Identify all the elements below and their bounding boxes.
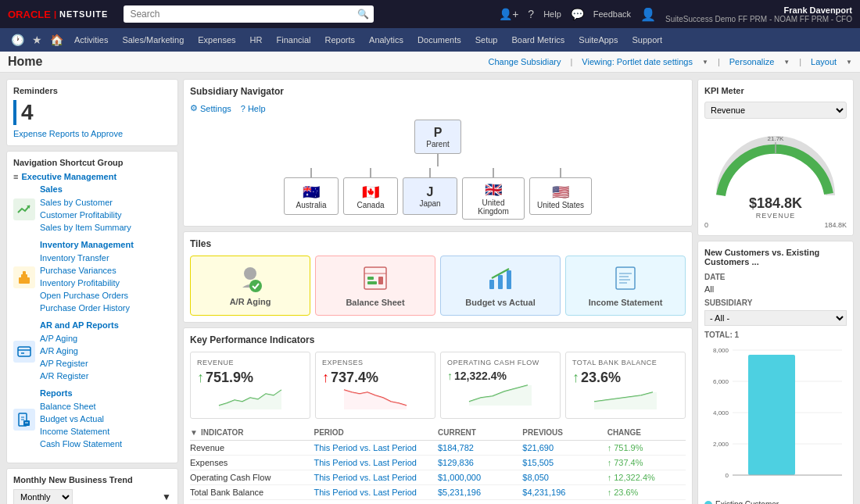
row-expenses-previous: $15,505: [522, 458, 600, 467]
star-icon[interactable]: ★: [29, 34, 45, 46]
tile-ar-aging[interactable]: A/R Aging: [190, 256, 310, 316]
feedback-label[interactable]: Feedback: [593, 9, 631, 19]
bar-chart-svg: 8,000 6,000 4,000 2,000 0: [704, 341, 847, 497]
reminder-link[interactable]: Expense Reports to Approve: [13, 129, 123, 138]
ap-register-link[interactable]: A/P Register: [40, 359, 119, 368]
menu-hr[interactable]: HR: [244, 28, 269, 52]
menu-activities[interactable]: Activities: [68, 28, 114, 52]
expand-icon[interactable]: ▼: [190, 428, 198, 437]
svg-text:6,000: 6,000: [713, 378, 729, 385]
po-history-link[interactable]: Purchase Order History: [40, 303, 134, 313]
org-node-parent[interactable]: P Parent: [414, 120, 461, 154]
inv-transfer-link[interactable]: Inventory Transfer: [40, 253, 134, 263]
sep1: |: [570, 57, 572, 66]
inv-profitability-link[interactable]: Inventory Profitability: [40, 278, 134, 288]
customer-profitability-link[interactable]: Customer Profitability: [40, 210, 131, 220]
kpi-meter-select[interactable]: Revenue Expenses Cash Flow: [704, 102, 847, 119]
org-node-canada[interactable]: 🇨🇦 Canada: [343, 177, 398, 215]
menu-sales-marketing[interactable]: Sales/Marketing: [116, 28, 190, 52]
row-revenue-current: $184,782: [438, 443, 516, 452]
row-expenses-period[interactable]: This Period vs. Last Period: [314, 458, 432, 467]
row-cashflow-period[interactable]: This Period vs. Last Period: [314, 473, 432, 482]
org-node-uk[interactable]: 🇬🇧 United Kingdom: [462, 177, 525, 220]
ar-ap-links: AR and AP Reports A/P Aging A/R Aging A/…: [40, 320, 119, 382]
sub-nav: Home Change Subsidiary | Viewing: Portle…: [0, 52, 860, 73]
menu-analytics[interactable]: Analytics: [363, 28, 410, 52]
existing-customer-legend-label: Existing Customer: [715, 500, 779, 504]
japan-name: Japan: [419, 199, 440, 208]
cash-flow-link[interactable]: Cash Flow Statement: [40, 439, 122, 449]
ar-ap-title[interactable]: AR and AP Reports: [40, 320, 119, 330]
tile-income-icon: [611, 264, 640, 295]
open-po-link[interactable]: Open Purchase Orders: [40, 291, 134, 300]
inventory-section: Inventory Management Inventory Transfer …: [13, 240, 171, 314]
monthly-trend-card: Monthly New Business Trend Monthly Weekl…: [6, 468, 178, 504]
dropdown-icon: ▼: [162, 491, 171, 502]
inventory-title[interactable]: Inventory Management: [40, 240, 134, 249]
svg-rect-30: [378, 277, 383, 284]
subsidiary-filter-select[interactable]: - All -: [704, 310, 847, 326]
logo: ORACLE | NETSUITE: [8, 9, 108, 20]
kpi-row-cashflow: Operating Cash Flow This Period vs. Last…: [190, 470, 686, 485]
layout-link[interactable]: Layout: [811, 57, 837, 66]
kpi-meter-card: KPI Meter Revenue Expenses Cash Flow 21.…: [697, 79, 854, 236]
row-revenue-change: ↑ 751.9%: [607, 443, 686, 452]
menu-board-metrics[interactable]: Board Metrics: [505, 28, 571, 52]
parent-letter: P: [434, 126, 443, 140]
clock-icon[interactable]: 🕐: [8, 34, 27, 46]
row-bank-current: $5,231,196: [438, 488, 516, 497]
balance-sheet-link[interactable]: Balance Sheet: [40, 402, 122, 411]
kpi-table-header: ▼ INDICATOR PERIOD CURRENT PREVIOUS CHAN…: [190, 425, 686, 441]
settings-link[interactable]: ⚙ Settings: [190, 103, 231, 113]
kpi-cashflow-label: OPERATING CASH FLOW: [447, 359, 554, 366]
date-filter-row: DATE All: [704, 273, 847, 294]
menu-setup[interactable]: Setup: [469, 28, 504, 52]
tile-balance-sheet[interactable]: Balance Sheet: [315, 256, 435, 316]
ar-ap-section: AR and AP Reports A/P Aging A/R Aging A/…: [13, 320, 171, 382]
ap-aging-link[interactable]: A/P Aging: [40, 334, 119, 343]
menu-documents[interactable]: Documents: [411, 28, 468, 52]
help-label[interactable]: Help: [543, 9, 561, 19]
monthly-period-select[interactable]: Monthly Weekly Quarterly: [13, 489, 73, 504]
sales-by-customer-link[interactable]: Sales by Customer: [40, 198, 131, 207]
row-revenue-period[interactable]: This Period vs. Last Period: [314, 443, 432, 452]
home-icon[interactable]: 🏠: [47, 34, 66, 46]
income-statement-link[interactable]: Income Statement: [40, 427, 122, 436]
reports-title[interactable]: Reports: [40, 388, 122, 398]
bank-amount: 23.6%: [581, 370, 621, 386]
search-input[interactable]: [124, 5, 374, 23]
sales-title[interactable]: Sales: [40, 184, 131, 194]
org-node-japan[interactable]: J Japan: [403, 177, 457, 215]
inventory-icon: [13, 266, 35, 288]
change-subsidiary-link[interactable]: Change Subsidiary: [489, 57, 561, 66]
budget-vs-actual-link[interactable]: Budget vs Actual: [40, 414, 122, 424]
change-header-label: CHANGE: [607, 428, 686, 437]
portlet-date-link[interactable]: Viewing: Portlet date settings: [582, 57, 693, 66]
org-node-australia[interactable]: 🇦🇺 Australia: [284, 177, 339, 215]
sales-by-item-link[interactable]: Sales by Item Summary: [40, 223, 131, 232]
personalize-link[interactable]: Personalize: [729, 57, 774, 66]
menu-support[interactable]: Support: [625, 28, 668, 52]
au-connector: [310, 168, 312, 177]
settings-label[interactable]: Settings: [200, 104, 231, 113]
svg-text:21.7K: 21.7K: [768, 135, 785, 142]
org-node-us[interactable]: 🇺🇸 United States: [529, 177, 592, 215]
svg-text:4,000: 4,000: [713, 409, 729, 416]
user-info: Frank Davenport SuiteSuccess Demo FF PRM…: [665, 5, 852, 23]
help-label[interactable]: Help: [248, 104, 266, 113]
ar-register-link[interactable]: A/R Register: [40, 371, 119, 381]
us-connector: [560, 168, 561, 177]
menu-expenses[interactable]: Expenses: [192, 28, 242, 52]
svg-rect-31: [489, 280, 494, 289]
menu-reports[interactable]: Reports: [319, 28, 362, 52]
menu-suiteapps[interactable]: SuiteApps: [572, 28, 624, 52]
tile-income-statement[interactable]: Income Statement: [565, 256, 686, 316]
ar-aging-link[interactable]: A/R Aging: [40, 346, 119, 356]
help-link[interactable]: ? Help: [241, 103, 266, 113]
ar-aging-icon: [238, 266, 262, 294]
inv-variances-link[interactable]: Purchase Variances: [40, 266, 134, 275]
tile-budget-actual[interactable]: Budget vs Actual: [440, 256, 561, 316]
row-bank-period[interactable]: This Period vs. Last Period: [314, 488, 432, 497]
menu-financial[interactable]: Financial: [270, 28, 317, 52]
exec-mgmt-label[interactable]: Executive Management: [21, 172, 116, 181]
